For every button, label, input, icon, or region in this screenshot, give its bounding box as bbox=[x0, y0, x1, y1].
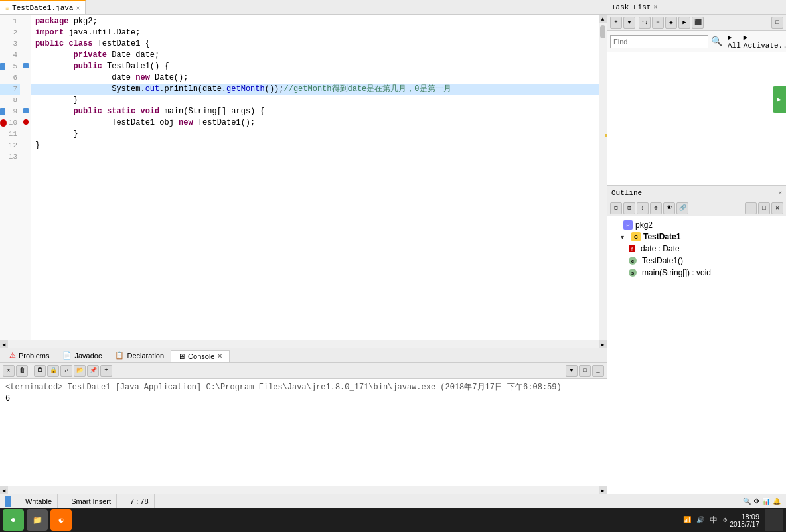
taskbar-btn-eclipse[interactable]: ☯ bbox=[50, 509, 72, 531]
outline-hide-btn[interactable]: 👁 bbox=[663, 202, 675, 214]
outline-expand-btn[interactable]: ⊞ bbox=[623, 202, 635, 214]
minimize-btn[interactable]: _ bbox=[592, 365, 604, 377]
console-toolbar: ✕ 🗑 🗒 🔒 ↵ 📂 📌 + ▼ □ _ bbox=[0, 363, 607, 379]
console-scroll-left[interactable]: ◀ bbox=[0, 486, 8, 494]
terminate-btn[interactable]: ✕ bbox=[3, 365, 15, 377]
tab-declaration[interactable]: 📋 Declaration bbox=[108, 350, 171, 361]
editor-tab-testdate1[interactable]: ☕ TestDate1.java ✕ bbox=[0, 0, 86, 14]
task-btn4[interactable]: ▶ bbox=[678, 17, 690, 29]
scroll-up-arrow[interactable]: ▲ bbox=[599, 15, 607, 23]
task-find-input[interactable] bbox=[610, 35, 708, 48]
console-close[interactable]: ✕ bbox=[217, 352, 222, 360]
console-menu-btn[interactable]: ▼ bbox=[566, 365, 578, 377]
outline-item-main[interactable]: s main(String[]) : void bbox=[607, 267, 786, 279]
outline-minimize-btn[interactable]: _ bbox=[745, 202, 757, 214]
scroll-thumb[interactable] bbox=[600, 25, 605, 38]
bottom-area: ⚠ Problems 📄 Javadoc 📋 Declaration 🖥 Con… bbox=[0, 348, 607, 494]
task-btn3[interactable]: ◈ bbox=[665, 17, 677, 29]
taskbar-btn-green[interactable]: ● bbox=[3, 509, 24, 531]
line-num-2: 2 bbox=[0, 27, 20, 38]
tab-javadoc[interactable]: 📄 Javadoc bbox=[56, 350, 108, 361]
console-scrollbar-h[interactable]: ◀ ▶ bbox=[0, 486, 607, 494]
tab-console[interactable]: 🖥 Console ✕ bbox=[171, 350, 230, 362]
code-content[interactable]: package pkg2; import java.util.Date; pub… bbox=[31, 15, 599, 340]
keyword: public bbox=[35, 38, 64, 50]
editor-scrollbar-h[interactable]: ◀ ▶ bbox=[0, 340, 607, 348]
maximize-btn[interactable]: □ bbox=[579, 365, 591, 377]
task-find-bar: 🔍 ▶ All ▶ Activate... bbox=[607, 31, 786, 52]
class-label: TestDate1 bbox=[643, 232, 680, 241]
code-line-12: } bbox=[31, 140, 599, 151]
line-num-1: 1 bbox=[0, 16, 20, 27]
find-all-option[interactable]: ▶ All bbox=[728, 33, 741, 50]
clear-console-btn[interactable]: 🗒 bbox=[34, 365, 46, 377]
new-console-btn[interactable]: + bbox=[100, 365, 112, 377]
green-btn-icon: ● bbox=[11, 515, 16, 525]
code-area: 1 2 3 4 5 6 7 8 9 10 11 12 13 bbox=[0, 15, 607, 340]
breakpoint-10 bbox=[23, 119, 29, 125]
pkg-label: pkg2 bbox=[635, 220, 653, 230]
outline-filter-btn[interactable]: ⊗ bbox=[650, 202, 662, 214]
terminated-line: <terminated> TestDate1 [Java Application… bbox=[5, 381, 601, 393]
task-btn2[interactable]: ≡ bbox=[652, 17, 664, 29]
code-line-11: } bbox=[31, 129, 599, 140]
open-file-btn[interactable]: 📂 bbox=[74, 365, 86, 377]
marker-strip bbox=[23, 15, 31, 340]
console-scroll-right[interactable]: ▶ bbox=[599, 486, 607, 494]
outline-item-constructor[interactable]: c TestDate1() bbox=[607, 255, 786, 267]
task-filter-btn[interactable]: ▼ bbox=[623, 17, 635, 29]
tab-problems-label: Problems bbox=[19, 352, 49, 360]
taskbar-sys-icons: 📶 🔊 中 ⚙ bbox=[683, 515, 727, 526]
line-num-4: 4 bbox=[0, 50, 20, 61]
show-desktop-btn[interactable] bbox=[765, 509, 783, 531]
tab-problems[interactable]: ⚠ Problems bbox=[3, 350, 56, 361]
sys-icon-sound: 🔊 bbox=[696, 516, 704, 524]
task-btn1[interactable]: ↑↓ bbox=[639, 17, 651, 29]
code-line-10: TestDate1 obj=new TestDate1(); bbox=[31, 117, 599, 129]
find-search-icon: 🔍 bbox=[711, 36, 722, 47]
tab-close-button[interactable]: ✕ bbox=[76, 4, 80, 12]
outline-close-btn[interactable]: ✕ bbox=[771, 202, 783, 214]
outline-sort-btn[interactable]: ↕ bbox=[637, 202, 649, 214]
code-line-1: package pkg2; bbox=[31, 16, 599, 27]
find-activate-option[interactable]: ▶ Activate... bbox=[744, 33, 786, 50]
editor-pane: ☕ TestDate1.java ✕ 1 2 3 4 5 6 7 8 bbox=[0, 0, 607, 494]
outline-close-icon[interactable]: ✕ bbox=[779, 189, 782, 196]
task-list-toolbar: + ▼ ↑↓ ≡ ◈ ▶ ⬛ □ bbox=[607, 15, 786, 31]
status-icon-3: 📊 bbox=[762, 498, 770, 505]
task-maximize-btn[interactable]: □ bbox=[771, 17, 783, 29]
console-content[interactable]: <terminated> TestDate1 [Java Application… bbox=[0, 379, 607, 486]
line-num-13: 13 bbox=[0, 151, 20, 163]
pin-btn[interactable]: 📌 bbox=[87, 365, 99, 377]
tab-label: TestDate1.java bbox=[12, 4, 73, 12]
outline-item-date[interactable]: f date : Date bbox=[607, 243, 786, 255]
keyword: import bbox=[35, 27, 64, 38]
code-line-6: date=new Date(); bbox=[31, 72, 599, 84]
taskbar-btn-folder[interactable]: 📁 bbox=[27, 509, 48, 531]
word-wrap-btn[interactable]: ↵ bbox=[60, 365, 72, 377]
java-file-icon: ☕ bbox=[5, 4, 9, 12]
code-line-9: public static void main(String[] args) { bbox=[31, 106, 599, 117]
tab-declaration-label: Declaration bbox=[127, 352, 164, 360]
class-icon: C bbox=[631, 232, 641, 241]
green-indicator-icon: ▶ bbox=[777, 96, 781, 103]
folder-icon: 📁 bbox=[33, 515, 42, 525]
main-label: main(String[]) : void bbox=[642, 268, 711, 277]
task-list-close-icon[interactable]: ✕ bbox=[653, 3, 657, 11]
outline-item-pkg2[interactable]: P pkg2 bbox=[607, 219, 786, 231]
sys-icon-ime: 中 bbox=[710, 515, 718, 526]
line-num-10: 10 bbox=[0, 117, 20, 129]
taskbar-time-display: 18:09 2018/7/17 bbox=[730, 513, 760, 528]
status-marker bbox=[5, 496, 11, 507]
outline-link-btn[interactable]: 🔗 bbox=[676, 202, 688, 214]
outline-collapse-btn[interactable]: ⊟ bbox=[610, 202, 622, 214]
task-btn5[interactable]: ⬛ bbox=[692, 17, 704, 29]
remove-launch-btn[interactable]: 🗑 bbox=[16, 365, 28, 377]
editor-scrollbar-v[interactable]: ▲ ▼ bbox=[599, 15, 607, 340]
right-panel: Task List ✕ + ▼ ↑↓ ≡ ◈ ▶ ⬛ □ 🔍 bbox=[607, 0, 786, 494]
task-new-btn[interactable]: + bbox=[610, 17, 622, 29]
package-icon: P bbox=[623, 220, 633, 230]
outline-maximize-btn[interactable]: □ bbox=[758, 202, 770, 214]
scroll-lock-btn[interactable]: 🔒 bbox=[47, 365, 59, 377]
outline-item-testdate1[interactable]: ▾ C TestDate1 bbox=[607, 231, 786, 243]
